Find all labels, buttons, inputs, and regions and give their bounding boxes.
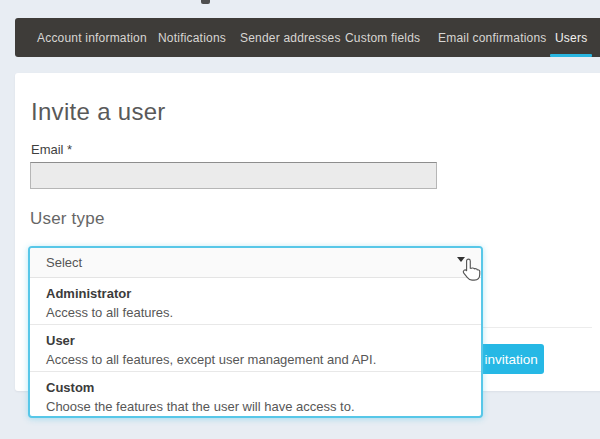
tab-sender-addresses[interactable]: Sender addresses <box>240 18 341 57</box>
user-type-dropdown: Select Administrator Access to all featu… <box>28 246 483 418</box>
option-description: Choose the features that the user will h… <box>46 399 465 414</box>
page-title: Invite a user <box>31 98 166 126</box>
settings-tab-bar: Account information Notifications Sender… <box>15 18 600 57</box>
user-type-select-control[interactable]: Select <box>30 248 481 278</box>
email-label: Email * <box>31 142 72 157</box>
chevron-down-icon <box>457 257 465 262</box>
tab-notifications[interactable]: Notifications <box>158 18 226 57</box>
active-tab-underline <box>550 54 592 57</box>
user-type-label: User type <box>30 209 105 229</box>
user-type-selected-value: Select <box>46 255 82 270</box>
option-title: User <box>46 333 465 348</box>
option-custom[interactable]: Custom Choose the features that the user… <box>30 371 481 417</box>
tab-custom-fields[interactable]: Custom fields <box>345 18 420 57</box>
option-administrator[interactable]: Administrator Access to all features. <box>30 278 481 324</box>
option-title: Custom <box>46 380 465 395</box>
tab-users-label: Users <box>555 31 587 45</box>
settings-users-page: Account information Notifications Sender… <box>0 0 600 439</box>
tab-users[interactable]: Users <box>555 18 587 57</box>
tab-account-information[interactable]: Account information <box>37 18 147 57</box>
tab-email-confirmations[interactable]: Email confirmations <box>438 18 547 57</box>
email-field[interactable] <box>30 162 437 189</box>
option-user[interactable]: User Access to all features, except user… <box>30 324 481 370</box>
option-description: Access to all features, except user mana… <box>46 352 465 367</box>
clipped-heading-fragment <box>201 0 210 4</box>
option-description: Access to all features. <box>46 305 465 320</box>
option-title: Administrator <box>46 286 465 301</box>
